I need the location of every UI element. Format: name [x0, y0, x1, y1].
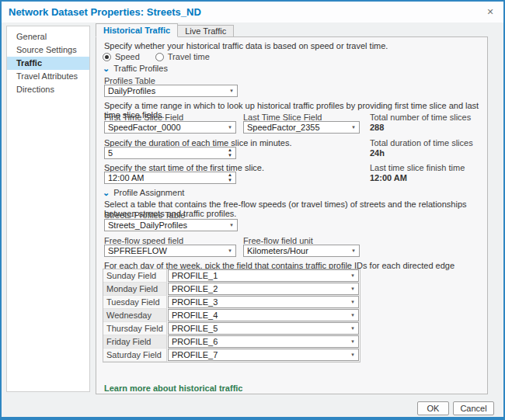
saturday-field-value: PROFILE_7: [169, 350, 347, 359]
friday-field-cell: PROFILE_6 ▾: [167, 335, 360, 349]
streets-table-value: Streets_DailyProfiles: [105, 220, 226, 230]
tuesday-field-value: PROFILE_3: [169, 297, 347, 307]
sidebar-item-traffic[interactable]: Traffic: [7, 57, 89, 70]
monday-field-cell: PROFILE_2 ▾: [167, 283, 360, 296]
monday-field-label: Monday Field: [103, 283, 167, 296]
thursday-field-cell: PROFILE_5 ▾: [167, 322, 360, 335]
radio-unselected-icon: [155, 53, 164, 61]
duration-value: 5: [105, 148, 225, 158]
chevron-down-icon: ⌄: [103, 65, 110, 72]
title-bar: Network Dataset Properties: Streets_ND ✕: [2, 2, 503, 23]
dropdown-arrow-icon: ▾: [225, 124, 235, 130]
day-fields-table: Sunday Field PROFILE_1 ▾ Monday Field PR…: [103, 269, 360, 363]
start-time-spinner[interactable]: 12:00 AM ▲ ▼: [104, 172, 236, 184]
spinner-buttons: ▲ ▼: [225, 148, 235, 158]
wednesday-field-cell: PROFILE_4 ▾: [167, 309, 360, 322]
tab-historical-traffic[interactable]: Historical Traffic: [96, 23, 178, 37]
radio-selected-icon: [103, 53, 111, 61]
table-row: Sunday Field PROFILE_1 ▾: [103, 269, 360, 283]
dropdown-arrow-icon: ▾: [347, 286, 358, 292]
tab-strip: Historical Traffic Live Traffic: [96, 23, 234, 37]
dropdown-arrow-icon: ▾: [347, 338, 358, 345]
table-row: Thursday Field PROFILE_5 ▾: [103, 322, 360, 335]
freeflow-unit-value: Kilometers/Hour: [244, 246, 348, 255]
freeflow-field-dropdown[interactable]: SPFREEFLOW ▾: [104, 245, 236, 257]
monday-field-dropdown[interactable]: PROFILE_2 ▾: [168, 283, 359, 295]
learn-more-link[interactable]: Learn more about historical traffic: [104, 384, 242, 393]
chevron-down-icon: ⌄: [103, 189, 110, 196]
first-slice-dropdown[interactable]: SpeedFactor_0000 ▾: [104, 121, 236, 134]
profiles-table-value: DailyProfiles: [105, 86, 226, 95]
sidebar-item-source-settings[interactable]: Source Settings: [7, 43, 89, 57]
table-row: Saturday Field PROFILE_7 ▾: [103, 349, 360, 362]
thursday-field-dropdown[interactable]: PROFILE_5 ▾: [168, 322, 359, 335]
tab-live-traffic[interactable]: Live Traffic: [178, 25, 234, 37]
dropdown-arrow-icon: ▾: [348, 124, 359, 130]
streets-table-dropdown[interactable]: Streets_DailyProfiles ▾: [104, 219, 238, 231]
sidebar-item-general[interactable]: General: [7, 30, 89, 43]
saturday-field-dropdown[interactable]: PROFILE_7 ▾: [168, 349, 359, 361]
speed-radio-label: Speed: [115, 52, 140, 61]
historical-traffic-panel: Specify whether your historical traffic …: [96, 36, 488, 394]
table-row: Tuesday Field PROFILE_3 ▾: [103, 296, 360, 309]
traffic-profiles-section-header[interactable]: ⌄ Traffic Profiles: [103, 64, 168, 73]
saturday-field-cell: PROFILE_7 ▾: [167, 349, 360, 362]
tuesday-field-dropdown[interactable]: PROFILE_3 ▾: [168, 296, 359, 308]
sidebar: General Source Settings Traffic Travel A…: [6, 26, 90, 392]
total-duration-label: Total duration of time slices: [370, 138, 473, 148]
tuesday-field-cell: PROFILE_3 ▾: [167, 296, 360, 309]
finish-time-value: 12:00 AM: [370, 173, 407, 182]
monday-field-value: PROFILE_2: [169, 284, 347, 293]
spinner-buttons: ▲ ▼: [225, 172, 235, 183]
profile-assignment-section-title: Profile Assignment: [113, 188, 184, 197]
cancel-button[interactable]: Cancel: [453, 401, 494, 415]
dropdown-arrow-icon: ▾: [226, 88, 237, 94]
table-row: Monday Field PROFILE_2 ▾: [103, 283, 360, 296]
traffic-profiles-section-title: Traffic Profiles: [113, 64, 168, 73]
sunday-field-dropdown[interactable]: PROFILE_1 ▾: [168, 269, 359, 282]
friday-field-dropdown[interactable]: PROFILE_6 ▾: [168, 335, 359, 348]
dropdown-arrow-icon: ▾: [347, 299, 358, 305]
first-slice-value: SpeedFactor_0000: [105, 123, 225, 132]
dropdown-arrow-icon: ▾: [225, 248, 235, 254]
saturday-field-label: Saturday Field: [103, 349, 167, 362]
spinner-down-icon[interactable]: ▼: [225, 153, 235, 158]
network-dataset-properties-dialog: Network Dataset Properties: Streets_ND ✕…: [0, 0, 505, 420]
table-row: Wednesday Field PROFILE_4 ▾: [103, 309, 360, 322]
total-duration-value: 24h: [370, 148, 385, 158]
spinner-up-icon[interactable]: ▲: [225, 172, 235, 178]
spinner-up-icon[interactable]: ▲: [225, 148, 235, 153]
profiles-table-dropdown[interactable]: DailyProfiles ▾: [104, 85, 238, 97]
freeflow-unit-dropdown[interactable]: Kilometers/Hour ▾: [243, 245, 360, 257]
last-slice-dropdown[interactable]: SpeedFactor_2355 ▾: [243, 121, 360, 134]
duration-spinner[interactable]: 5 ▲ ▼: [104, 147, 236, 159]
thursday-field-value: PROFILE_5: [169, 324, 347, 333]
friday-field-value: PROFILE_6: [169, 337, 347, 346]
travel-time-radio-label: Travel time: [168, 52, 210, 61]
dropdown-arrow-icon: ▾: [347, 325, 358, 331]
wednesday-field-value: PROFILE_4: [169, 311, 347, 320]
sunday-field-label: Sunday Field: [103, 269, 167, 283]
table-row: Friday Field PROFILE_6 ▾: [103, 335, 360, 349]
sunday-field-cell: PROFILE_1 ▾: [167, 269, 360, 283]
close-icon[interactable]: ✕: [483, 5, 497, 19]
finish-time-label: Last time slice finish time: [370, 163, 465, 172]
wednesday-field-label: Wednesday Field: [103, 309, 167, 322]
total-slices-value: 288: [370, 123, 384, 132]
freeflow-field-value: SPFREEFLOW: [105, 246, 225, 255]
ok-button[interactable]: OK: [417, 401, 449, 415]
wednesday-field-dropdown[interactable]: PROFILE_4 ▾: [168, 309, 359, 321]
tuesday-field-label: Tuesday Field: [103, 296, 167, 309]
dropdown-arrow-icon: ▾: [348, 248, 359, 254]
sidebar-item-directions[interactable]: Directions: [7, 83, 89, 96]
dropdown-arrow-icon: ▾: [347, 272, 358, 279]
speed-or-travel-radio-group: Speed Travel time: [103, 52, 210, 61]
travel-time-radio[interactable]: Travel time: [155, 52, 210, 61]
dialog-title: Network Dataset Properties: Streets_ND: [9, 6, 201, 18]
speed-radio[interactable]: Speed: [103, 52, 140, 61]
sunday-field-value: PROFILE_1: [169, 271, 347, 280]
profile-assignment-section-header[interactable]: ⌄ Profile Assignment: [103, 188, 184, 197]
sidebar-item-travel-attributes[interactable]: Travel Attributes: [7, 70, 89, 83]
spinner-down-icon[interactable]: ▼: [225, 178, 235, 183]
start-time-value: 12:00 AM: [105, 172, 225, 183]
